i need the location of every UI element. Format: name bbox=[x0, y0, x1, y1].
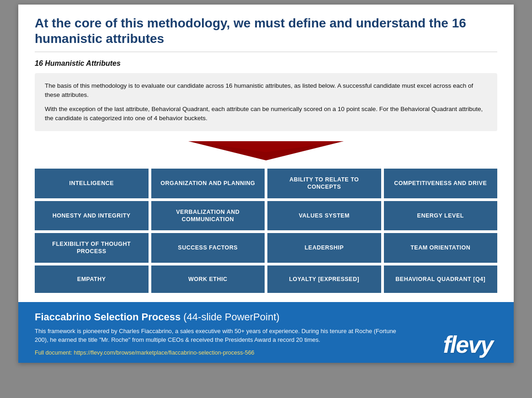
attr-verbalization: VERBALIZATION AND COMMUNICATION bbox=[151, 201, 265, 231]
attr-work-ethic: WORK ETHIC bbox=[151, 265, 265, 293]
footer-text-block: Fiaccabrino Selection Process (44-slide … bbox=[35, 311, 443, 356]
attr-success: SUCCESS FACTORS bbox=[151, 233, 265, 263]
attr-competitiveness: COMPETITIVENESS AND DRIVE bbox=[384, 169, 498, 198]
attr-ability-relate: ABILITY TO RELATE TO CONCEPTS bbox=[267, 169, 381, 198]
footer-title: Fiaccabrino Selection Process (44-slide … bbox=[35, 311, 443, 323]
footer-bottom: Fiaccabrino Selection Process (44-slide … bbox=[35, 311, 497, 356]
flevy-logo: flevy bbox=[443, 333, 497, 356]
info-paragraph-2: With the exception of the last attribute… bbox=[45, 105, 487, 123]
attr-intelligence: INTELLIGENCE bbox=[35, 169, 149, 198]
footer-link[interactable]: Full document: https://flevy.com/browse/… bbox=[35, 350, 255, 356]
info-paragraph-1: The basis of this methodology is to eval… bbox=[45, 81, 487, 100]
footer-title-normal: (44-slide PowerPoint) bbox=[181, 311, 279, 323]
slide-title: At the core of this methodology, we must… bbox=[35, 16, 497, 52]
footer-title-bold: Fiaccabrino Selection Process bbox=[35, 311, 181, 323]
attr-team: TEAM ORIENTATION bbox=[384, 233, 498, 263]
footer-description: This framework is pioneered by Charles F… bbox=[35, 327, 400, 345]
attr-loyalty: LOYALTY [EXPRESSED] bbox=[267, 265, 381, 293]
attr-empathy: EMPATHY bbox=[35, 265, 149, 293]
attributes-grid: INTELLIGENCE ORGANIZATION AND PLANNING A… bbox=[35, 169, 497, 293]
attr-values: VALUES SYSTEM bbox=[267, 201, 381, 231]
attr-flexibility: FLEXIBILITY OF THOUGHT PROCESS bbox=[35, 233, 149, 263]
footer: Fiaccabrino Selection Process (44-slide … bbox=[18, 302, 514, 363]
attr-behavioral: BEHAVIORAL QUADRANT [Q4] bbox=[384, 265, 498, 293]
info-box: The basis of this methodology is to eval… bbox=[35, 73, 497, 131]
attr-organization-planning: ORGANIZATION AND PLANNING bbox=[151, 169, 265, 198]
slide-container: At the core of this methodology, we must… bbox=[18, 5, 514, 363]
attr-leadership: LEADERSHIP bbox=[267, 233, 381, 263]
attr-honesty: HONESTY AND INTEGRITY bbox=[35, 201, 149, 231]
attr-energy: ENERGY LEVEL bbox=[384, 201, 498, 231]
main-content: At the core of this methodology, we must… bbox=[18, 5, 514, 302]
funnel-graphic bbox=[35, 139, 497, 163]
section-title: 16 Humanistic Attributes bbox=[35, 59, 497, 68]
